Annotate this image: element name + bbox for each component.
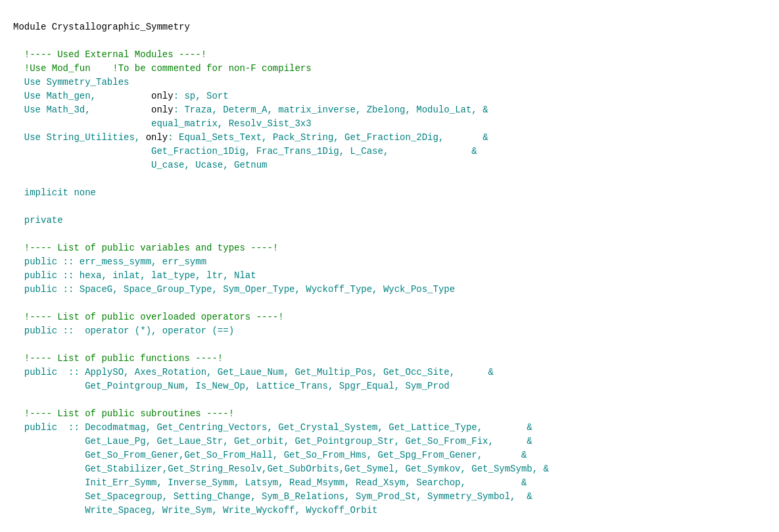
use-string-utilities-cont1: Get_Fraction_1Dig, Frac_Trans_1Dig, L_Ca…	[13, 146, 477, 157]
use-symmetry-tables: Use Symmetry_Tables	[13, 77, 129, 87]
comment-used-external: !---- Used External Modules ----!	[13, 49, 206, 60]
module-title: Module Crystallographic_Symmetry	[13, 22, 190, 32]
use-math-3d-cont: equal_matrix, Resolv_Sist_3x3	[13, 118, 312, 129]
public-spaceg: public :: SpaceG, Space_Group_Type, Sym_…	[13, 284, 455, 295]
comment-public-subroutines: !---- List of public subroutines ----!	[13, 408, 234, 419]
public-functions: public :: ApplySO, Axes_Rotation, Get_La…	[13, 367, 494, 377]
public-err: public :: err_mess_symm, err_symm	[13, 256, 206, 267]
implicit-none: implicit none	[13, 187, 96, 198]
public-operators: public :: operator (*), operator (==)	[13, 326, 234, 336]
code-content: Module Crystallographic_Symmetry !---- U…	[13, 7, 766, 518]
comment-use-mod-fun: !Use Mod_fun !To be commented for non-F …	[13, 63, 312, 74]
public-functions-cont: Get_Pointgroup_Num, Is_New_Op, Lattice_T…	[13, 381, 450, 391]
private-keyword: private	[13, 215, 63, 226]
comment-public-operators: !---- List of public overloaded operator…	[13, 312, 284, 322]
public-subroutines-7: Write_Spaceg, Write_Sym, Write_Wyckoff, …	[13, 505, 378, 516]
use-math-3d: Use Math_3d, only: Traza, Determ_A, matr…	[13, 105, 488, 115]
public-subroutines-2: Get_Laue_Pg, Get_Laue_Str, Get_orbit, Ge…	[13, 436, 532, 447]
comment-public-vars: !---- List of public variables and types…	[13, 243, 278, 253]
comment-public-functions: !---- List of public functions ----!	[13, 353, 223, 364]
use-string-utilities: Use String_Utilities, only: Equal_Sets_T…	[13, 132, 488, 143]
public-subroutines-6: Set_Spacegroup, Setting_Change, Sym_B_Re…	[13, 491, 532, 502]
public-subroutines-4: Get_Stabilizer,Get_String_Resolv,Get_Sub…	[13, 464, 549, 474]
public-subroutines-3: Get_So_From_Gener,Get_So_From_Hall, Get_…	[13, 450, 527, 460]
public-subroutines-5: Init_Err_Symm, Inverse_Symm, Latsym, Rea…	[13, 477, 527, 488]
public-subroutines-1: public :: Decodmatmag, Get_Centring_Vect…	[13, 422, 532, 433]
public-hexa: public :: hexa, inlat, lat_type, ltr, Nl…	[13, 270, 256, 281]
use-math-gen: Use Math_gen, only: sp, Sort	[13, 91, 229, 101]
use-string-utilities-cont2: U_case, Ucase, Getnum	[13, 160, 267, 170]
